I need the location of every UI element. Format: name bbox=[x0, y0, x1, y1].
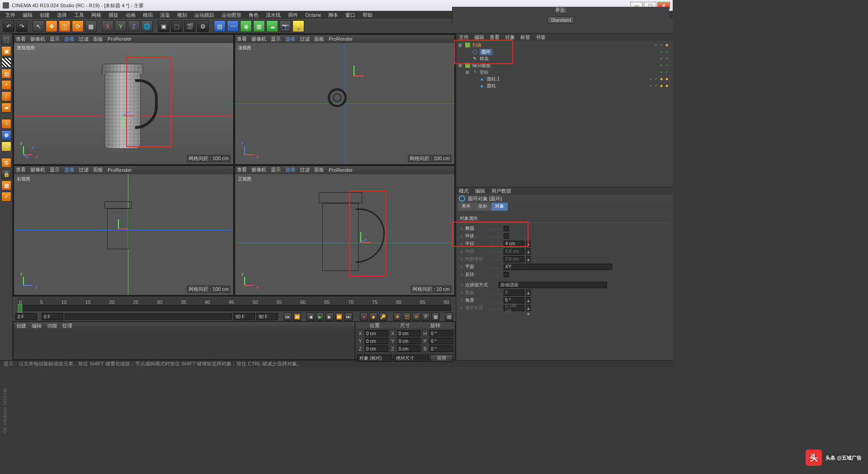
play-icon[interactable]: ▶ bbox=[316, 313, 324, 321]
lock-z-icon[interactable]: Z bbox=[128, 20, 140, 32]
attrmenu-item[interactable]: 用户数据 bbox=[491, 188, 511, 194]
key-scale-icon[interactable]: ◫ bbox=[403, 313, 411, 321]
attr-num-input[interactable]: 5.8 cm bbox=[504, 248, 524, 255]
objmenu-item[interactable]: 标签 bbox=[520, 34, 530, 41]
light-icon[interactable]: 💡 bbox=[292, 20, 304, 32]
lock-y-icon[interactable]: Y bbox=[115, 20, 127, 32]
coord-size-input[interactable] bbox=[397, 346, 421, 352]
vp-menu-item[interactable]: 显示 bbox=[50, 166, 60, 173]
key-pla-icon[interactable]: ▦ bbox=[431, 313, 439, 321]
coord-size-input[interactable] bbox=[397, 338, 421, 344]
spinner[interactable]: ▴▾ bbox=[526, 256, 531, 262]
tree-node[interactable]: ⊟└空白▪✓ bbox=[456, 69, 673, 76]
coord-pos-input[interactable] bbox=[365, 330, 388, 337]
vp-menu-item[interactable]: 查看 bbox=[237, 166, 247, 173]
snap-type-icon[interactable]: S bbox=[1, 142, 11, 152]
attr-select[interactable]: XY bbox=[504, 264, 612, 270]
tree-node[interactable]: ⊟🟩扫描▪✓◆ bbox=[456, 42, 673, 48]
lock-x-icon[interactable]: X bbox=[102, 20, 113, 32]
generator-icon[interactable]: ◉ bbox=[240, 20, 252, 32]
attr-interp-select[interactable]: 自动适应 bbox=[499, 282, 607, 288]
apply-button[interactable]: 应用 bbox=[430, 355, 453, 362]
vp-menu-item[interactable]: 面板 bbox=[314, 166, 324, 173]
vp-menu-item[interactable]: ProRender bbox=[108, 167, 132, 173]
vp-menu-item[interactable]: 过滤 bbox=[300, 36, 310, 43]
viewport-front[interactable]: 查看摄像机显示选项过滤面板ProRender 正视图 ✥⤢⟳⊞ yx 网格间距 … bbox=[235, 166, 455, 296]
camera-icon[interactable]: 📷 bbox=[279, 20, 291, 32]
attr-num-input[interactable]: 8 bbox=[504, 289, 524, 296]
menu-item[interactable]: 渲染 bbox=[157, 12, 173, 19]
vp-menu-item[interactable]: 面板 bbox=[314, 36, 324, 43]
vp-menu-item[interactable]: ProRender bbox=[329, 36, 353, 42]
tree-node[interactable]: ▲圆柱▪✓◆◆ bbox=[456, 82, 673, 89]
coord-system-icon[interactable]: 🌐 bbox=[141, 20, 153, 32]
snap-icon[interactable]: ⬢ bbox=[1, 130, 11, 140]
render-settings-icon[interactable]: ⚙ bbox=[197, 20, 209, 32]
vp-menu-item[interactable]: 查看 bbox=[16, 36, 26, 43]
render-region-icon[interactable]: ⬚ bbox=[171, 20, 183, 32]
menu-item[interactable]: 脚本 bbox=[326, 12, 341, 19]
matmenu-item[interactable]: 功能 bbox=[47, 322, 57, 329]
goto-prevkey-icon[interactable]: ⏪ bbox=[293, 313, 301, 321]
play-back-icon[interactable]: ◀ bbox=[307, 313, 315, 321]
select-tool-icon[interactable]: ↖ bbox=[33, 20, 44, 32]
vp-menu-item[interactable]: 摄像机 bbox=[251, 166, 266, 173]
objmenu-item[interactable]: 文件 bbox=[459, 34, 469, 41]
environment-icon[interactable]: ☁ bbox=[266, 20, 278, 32]
menu-item[interactable]: 选择 bbox=[54, 12, 70, 19]
edge-mode-icon[interactable]: / bbox=[1, 91, 11, 101]
menu-item[interactable]: 网格 bbox=[89, 12, 104, 19]
goto-start-icon[interactable]: ⏮ bbox=[283, 313, 292, 321]
scale-tool-icon[interactable]: ◫ bbox=[59, 20, 71, 32]
menu-item[interactable]: 角色 bbox=[246, 12, 261, 19]
menu-item[interactable]: 工具 bbox=[71, 12, 87, 19]
coord-rot-input[interactable] bbox=[429, 330, 453, 337]
spline-icon[interactable]: 〰 bbox=[227, 20, 239, 32]
cube-primitive-icon[interactable]: ▧ bbox=[214, 20, 226, 32]
render-view-icon[interactable]: ▣ bbox=[158, 20, 170, 32]
quantize-icon[interactable]: ⊞ bbox=[1, 158, 11, 168]
timeline-range-scrub[interactable] bbox=[65, 313, 232, 320]
vp-menu-item[interactable]: 摄像机 bbox=[30, 166, 45, 173]
rotate-tool-icon[interactable]: ⟳ bbox=[72, 20, 84, 32]
tab-basic[interactable]: 基本 bbox=[458, 203, 474, 211]
attr-num-input[interactable]: 4 cm bbox=[504, 241, 524, 247]
menu-item[interactable]: 帮助 bbox=[360, 12, 375, 19]
timeline-current[interactable]: 0 F bbox=[15, 313, 37, 320]
vp-menu-item[interactable]: 过滤 bbox=[79, 166, 89, 173]
menu-item[interactable]: 编辑 bbox=[20, 12, 35, 19]
timeline-max2[interactable]: 90 F bbox=[256, 313, 278, 320]
menu-item[interactable]: 模拟 bbox=[140, 12, 156, 19]
attr-checkbox[interactable] bbox=[504, 226, 509, 231]
model-mode-icon[interactable]: ▣ bbox=[1, 46, 11, 56]
attr-num-input[interactable]: 2.9 cm bbox=[504, 256, 524, 262]
vp-menu-item[interactable]: 显示 bbox=[271, 166, 281, 173]
objmenu-item[interactable]: 查看 bbox=[490, 34, 500, 41]
texture-mode-icon[interactable] bbox=[1, 57, 11, 67]
attr-num-input[interactable]: 0.145 cm bbox=[504, 305, 524, 311]
tab-coord[interactable]: 坐标 bbox=[475, 203, 491, 211]
workplane-icon[interactable]: ▤ bbox=[1, 69, 11, 79]
vp-menu-item[interactable]: 显示 bbox=[50, 36, 60, 43]
vp-menu-item[interactable]: 选项 bbox=[64, 36, 74, 43]
goto-end-icon[interactable]: ⏭ bbox=[344, 313, 353, 321]
timeline-marker[interactable] bbox=[18, 304, 22, 313]
vp-menu-item[interactable]: 过滤 bbox=[79, 36, 89, 43]
viewport-solo-icon[interactable]: ▦ bbox=[1, 180, 11, 190]
dope-sheet-icon[interactable]: ▤ bbox=[445, 313, 453, 321]
matmenu-item[interactable]: 纹理 bbox=[62, 322, 72, 329]
coord-pos-input[interactable] bbox=[365, 338, 388, 344]
matmenu-item[interactable]: 创建 bbox=[16, 322, 26, 329]
vp-menu-item[interactable]: 选项 bbox=[64, 166, 74, 173]
attr-checkbox[interactable] bbox=[504, 233, 509, 239]
attr-checkbox[interactable] bbox=[504, 272, 509, 277]
vp-menu-item[interactable]: 查看 bbox=[16, 166, 26, 173]
menu-item[interactable]: 捕捉 bbox=[106, 12, 121, 19]
objmenu-item[interactable]: 对象 bbox=[505, 34, 515, 41]
attr-num-input[interactable]: 5 ° bbox=[504, 297, 524, 303]
spinner[interactable]: ▴▾ bbox=[526, 305, 531, 311]
spinner[interactable]: ▴▾ bbox=[526, 241, 531, 247]
vp-menu-item[interactable]: 面板 bbox=[93, 166, 103, 173]
tree-node[interactable]: ⊟🟩细分曲面▪✓ bbox=[456, 62, 673, 69]
objmenu-item[interactable]: 书签 bbox=[536, 34, 546, 41]
